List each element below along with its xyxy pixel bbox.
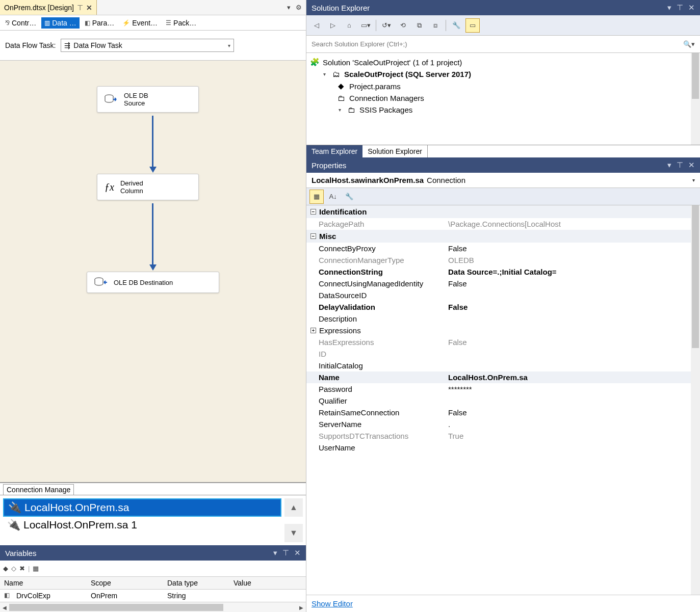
back-button[interactable]: ◁ — [309, 18, 324, 33]
dropdown-icon[interactable]: ▾ — [273, 548, 277, 557]
node-derived-column[interactable]: ƒx Derived Column — [97, 174, 199, 200]
variables-hscroll[interactable]: ◀ ▶ — [0, 602, 306, 612]
flow-task-dropdown[interactable]: ⇶ Data Flow Task ▾ — [61, 39, 234, 52]
scroll-thumb[interactable] — [692, 205, 699, 348]
collapse-icon[interactable]: ▾ — [336, 107, 343, 113]
connector-2[interactable] — [152, 203, 153, 264]
collapse-box-icon[interactable]: − — [310, 233, 316, 239]
pin-icon[interactable]: ⊤ — [677, 3, 683, 12]
move-variable-icon[interactable]: ◇ — [11, 565, 16, 572]
connection-managers-tab[interactable]: Connection Manage — [3, 484, 74, 495]
tab-control-flow[interactable]: ⅋Contr… — [2, 17, 39, 29]
close-icon[interactable]: ✕ — [688, 3, 695, 12]
categorized-button[interactable]: ▦ — [309, 190, 324, 204]
dropdown-icon[interactable]: ▾ — [667, 161, 671, 170]
scroll-thumb[interactable] — [692, 53, 699, 99]
scroll-thumb[interactable] — [9, 604, 223, 611]
properties-button[interactable]: 🔧 — [449, 18, 463, 33]
prop-connectionstring[interactable]: ConnectionStringData Source=.;Initial Ca… — [306, 266, 700, 278]
prop-name[interactable]: NameLocalHost.OnPrem.sa — [306, 371, 700, 383]
prop-connectusingmanagedidentity[interactable]: ConnectUsingManagedIdentityFalse — [306, 278, 700, 289]
connection-item-1[interactable]: 🔌 LocalHost.OnPrem.sa 1 — [3, 517, 281, 533]
prop-connectionmanagertype[interactable]: ConnectionManagerTypeOLEDB — [306, 254, 700, 266]
prop-id[interactable]: ID — [306, 348, 700, 360]
tab-data-flow[interactable]: ▥Data … — [41, 17, 79, 29]
prop-password[interactable]: Password******** — [306, 383, 700, 395]
cat-identification[interactable]: −Identification — [306, 205, 700, 218]
col-name[interactable]: Name — [0, 577, 87, 589]
collapse-all-button[interactable]: ⧉ — [412, 18, 426, 33]
prop-description[interactable]: Description — [306, 313, 700, 325]
prop-hasexpressions[interactable]: HasExpressionsFalse — [306, 336, 700, 348]
sync-button[interactable]: ⟲ — [396, 18, 410, 33]
prop-servername[interactable]: ServerName. — [306, 418, 700, 430]
delete-variable-icon[interactable]: ✖ — [19, 565, 25, 572]
tree-conn-managers[interactable]: 🗀 Connection Managers — [308, 92, 698, 104]
connector-1[interactable] — [152, 116, 153, 167]
document-tab-onprem[interactable]: OnPrem.dtsx [Design] ⊤ ✕ — [0, 0, 97, 15]
prop-datasourceid[interactable]: DataSourceID — [306, 289, 700, 301]
node-oledb-destination[interactable]: OLE DB Destination — [87, 272, 219, 293]
link-icon: ⅋ — [5, 19, 10, 26]
pin-icon[interactable]: ⊤ — [282, 548, 289, 557]
solution-explorer-search[interactable]: Search Solution Explorer (Ctrl+;) 🔍▾ — [306, 36, 700, 53]
connection-item-0[interactable]: 🔌 LocalHost.OnPrem.sa — [3, 498, 281, 517]
cat-misc[interactable]: −Misc — [306, 230, 700, 243]
show-editor-link[interactable]: Show Editor — [306, 595, 700, 612]
tab-parameters[interactable]: ◧Para… — [82, 17, 118, 29]
properties-vscroll[interactable] — [691, 205, 700, 595]
grid-options-icon[interactable]: ▦ — [33, 565, 39, 572]
property-pages-button[interactable]: 🔧 — [342, 190, 356, 204]
tree-label: Connection Managers — [349, 94, 424, 102]
close-icon[interactable]: ✕ — [688, 161, 695, 170]
preview-button[interactable]: ▭ — [465, 18, 480, 33]
prop-expressions[interactable]: +Expressions — [306, 325, 700, 336]
move-down-button[interactable]: ▼ — [284, 524, 303, 542]
close-icon[interactable]: ✕ — [86, 4, 92, 12]
prop-username[interactable]: UserName — [306, 442, 700, 454]
design-canvas[interactable]: OLE DB Source ƒx Derived Column OLE DB D… — [0, 61, 306, 483]
move-up-button[interactable]: ▲ — [284, 498, 303, 517]
dropdown-icon[interactable]: ▾ — [287, 4, 291, 11]
switch-views-button[interactable]: ▭▾ — [358, 18, 373, 33]
col-value[interactable]: Value — [229, 577, 306, 589]
prop-connectbyproxy[interactable]: ConnectByProxyFalse — [306, 243, 700, 254]
prop-delayvalidation[interactable]: DelayValidationFalse — [306, 301, 700, 313]
prop-packagepath[interactable]: PackagePath\Package.Connections[LocalHos… — [306, 218, 700, 230]
scroll-left-icon[interactable]: ◀ — [0, 602, 9, 612]
prop-initialcatalog[interactable]: InitialCatalog — [306, 360, 700, 371]
pin-icon[interactable]: ⊤ — [677, 161, 683, 170]
add-variable-icon[interactable]: ◆ — [3, 565, 8, 572]
pending-changes-button[interactable]: ↺▾ — [379, 18, 394, 33]
forward-button[interactable]: ▷ — [326, 18, 340, 33]
collapse-icon[interactable]: ▾ — [321, 71, 328, 77]
alphabetical-button[interactable]: A↓ — [326, 190, 340, 204]
gear-icon[interactable]: ⚙ — [296, 4, 302, 11]
tab-solution-explorer[interactable]: Solution Explorer — [362, 145, 428, 157]
tab-package-explorer[interactable]: ☰Pack… — [163, 17, 199, 29]
scroll-right-icon[interactable]: ▶ — [297, 602, 306, 612]
search-icon[interactable]: 🔍▾ — [683, 40, 695, 48]
col-type[interactable]: Data type — [163, 577, 229, 589]
col-scope[interactable]: Scope — [87, 577, 163, 589]
node-oledb-source[interactable]: OLE DB Source — [97, 86, 199, 113]
home-button[interactable]: ⌂ — [342, 18, 356, 33]
tree-project[interactable]: ▾ 🗂 ScaleOutProject (SQL Server 2017) — [308, 68, 698, 80]
dropdown-icon[interactable]: ▾ — [667, 3, 671, 12]
tree-solution[interactable]: 🧩 Solution 'ScaleOutProject' (1 of 1 pro… — [308, 56, 698, 68]
collapse-box-icon[interactable]: − — [310, 209, 316, 215]
tab-team-explorer[interactable]: Team Explorer — [306, 145, 362, 157]
tree-params[interactable]: ◆ Project.params — [308, 80, 698, 92]
variables-row-0[interactable]: ◧ DrvColExp OnPrem String — [0, 590, 306, 602]
prop-qualifier[interactable]: Qualifier — [306, 395, 700, 407]
prop-supportsdtctransactions[interactable]: SupportsDTCTransactionsTrue — [306, 430, 700, 442]
show-all-button[interactable]: ⧈ — [428, 18, 443, 33]
tab-event-handlers[interactable]: ⚡Event… — [119, 17, 161, 29]
expand-box-icon[interactable]: + — [310, 328, 316, 333]
tree-vscroll[interactable] — [691, 53, 700, 145]
properties-subject[interactable]: LocalHost.sawinarkOnPrem.sa Connection ▾ — [306, 173, 700, 188]
prop-retainsameconnection[interactable]: RetainSameConnectionFalse — [306, 407, 700, 418]
pin-icon[interactable]: ⊤ — [77, 4, 83, 12]
tree-ssis-packages[interactable]: ▾ 🗀 SSIS Packages — [308, 104, 698, 116]
close-icon[interactable]: ✕ — [294, 548, 301, 557]
